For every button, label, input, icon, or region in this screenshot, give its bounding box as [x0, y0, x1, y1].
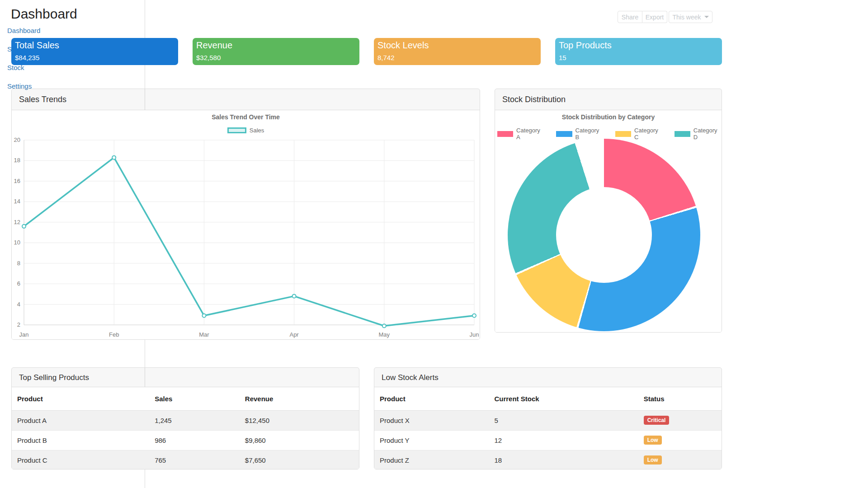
table-cell: $7,650	[240, 450, 359, 469]
status-cell: Low	[638, 430, 722, 450]
legend-item-category-d[interactable]: Category D	[675, 127, 720, 141]
table-cell: 986	[149, 430, 240, 450]
data-point	[382, 324, 386, 328]
table-row: Product A1,245$12,450	[12, 410, 359, 430]
low-stock-alerts-panel: Low Stock Alerts ProductCurrent StockSta…	[374, 367, 722, 469]
y-tick-label: 8	[17, 260, 20, 267]
caret-down-icon	[704, 16, 709, 18]
col-header-status: Status	[638, 387, 722, 410]
table-cell: 12	[489, 430, 638, 450]
x-tick-label: Jan	[19, 331, 29, 338]
x-tick-label: Jun	[470, 331, 479, 338]
stat-cards-row: Total Sales$84,235Revenue$32,580Stock Le…	[11, 38, 722, 65]
legend-label: Sales	[250, 127, 264, 134]
data-point	[22, 225, 26, 228]
y-tick-label: 10	[14, 239, 20, 246]
legend-item-category-c[interactable]: Category C	[615, 127, 660, 141]
x-tick-label: Feb	[109, 331, 119, 338]
col-header-sales: Sales	[149, 387, 240, 410]
data-point	[112, 156, 116, 160]
donut-chart-title: Stock Distribution by Category	[495, 113, 722, 121]
stat-card-value: $32,580	[196, 54, 356, 62]
legend-swatch	[227, 127, 246, 133]
col-header-current-stock: Current Stock	[489, 387, 638, 410]
low-stock-table: ProductCurrent StockStatusProduct X5Crit…	[374, 387, 722, 469]
legend-label: Category C	[634, 127, 660, 141]
stat-card-title: Stock Levels	[377, 39, 537, 51]
line-chart-legend: Sales	[12, 127, 480, 134]
stat-card-top-products: Top Products15	[555, 38, 722, 65]
table-row: Product B986$9,860	[12, 430, 359, 450]
y-tick-label: 20	[14, 136, 20, 143]
top-selling-panel-title: Top Selling Products	[12, 368, 359, 387]
data-point	[292, 294, 296, 298]
stat-card-title: Top Products	[559, 39, 718, 51]
period-label: This week	[672, 14, 701, 21]
status-cell: Critical	[638, 410, 722, 430]
table-cell: 5	[489, 410, 638, 430]
top-selling-products-panel: Top Selling Products ProductSalesRevenue…	[11, 367, 359, 469]
legend-item-category-b[interactable]: Category B	[556, 127, 601, 141]
stat-card-total-sales: Total Sales$84,235	[11, 38, 178, 65]
table-cell: $9,860	[240, 430, 359, 450]
table-cell: Product X	[374, 410, 489, 430]
stat-card-revenue: Revenue$32,580	[193, 38, 359, 65]
table-header-row: ProductCurrent StockStatus	[374, 387, 722, 410]
sidebar-item-dashboard[interactable]: Dashboard	[7, 26, 40, 35]
period-dropdown[interactable]: This week	[669, 11, 712, 23]
table-cell: Product C	[12, 450, 149, 469]
stock-distribution-chart: Stock Distribution by Category Category …	[495, 110, 722, 333]
col-header-revenue: Revenue	[240, 387, 359, 410]
share-export-group: Share Export	[618, 11, 667, 23]
stat-card-title: Revenue	[196, 39, 356, 51]
table-cell: Product Y	[374, 430, 489, 450]
x-tick-label: May	[379, 331, 390, 338]
stat-card-title: Total Sales	[15, 39, 175, 51]
donut-chart	[508, 139, 700, 331]
data-point	[472, 314, 476, 318]
line-chart-title: Sales Trend Over Time	[12, 113, 480, 121]
line-chart-canvas: 2468101214161820JanFebMarAprMayJun	[12, 110, 480, 340]
table-cell: Product A	[12, 410, 149, 430]
table-cell: 765	[149, 450, 240, 469]
legend-item-category-a[interactable]: Category A	[497, 127, 542, 141]
table-cell: 1,245	[149, 410, 240, 430]
export-button[interactable]: Export	[642, 11, 667, 23]
stock-distribution-panel: Stock Distribution Stock Distribution by…	[495, 89, 722, 333]
col-header-product: Product	[12, 387, 149, 410]
y-tick-label: 14	[14, 198, 20, 205]
y-tick-label: 4	[17, 301, 20, 308]
table-cell: $12,450	[240, 410, 359, 430]
toolbar: Share Export This week	[618, 11, 712, 23]
data-point	[202, 314, 206, 318]
top-selling-table: ProductSalesRevenueProduct A1,245$12,450…	[12, 387, 359, 469]
status-badge: Critical	[644, 416, 670, 425]
stat-card-value: 15	[559, 54, 718, 62]
share-button[interactable]: Share	[618, 11, 642, 23]
sales-trend-chart: 2468101214161820JanFebMarAprMayJun Sales…	[12, 110, 480, 340]
legend-swatch	[497, 131, 514, 137]
table-row: Product Y12Low	[374, 430, 722, 450]
x-tick-label: Apr	[289, 331, 299, 338]
legend-label: Category A	[516, 127, 542, 141]
y-tick-label: 2	[17, 321, 20, 328]
sales-trends-panel: Sales Trends 2468101214161820JanFebMarAp…	[11, 89, 480, 340]
stat-card-stock-levels: Stock Levels8,742	[374, 38, 541, 65]
status-cell: Low	[638, 450, 722, 469]
table-row: Product X5Critical	[374, 410, 722, 430]
col-header-product: Product	[374, 387, 489, 410]
table-row: Product C765$7,650	[12, 450, 359, 469]
x-tick-label: Mar	[199, 331, 209, 338]
y-tick-label: 12	[14, 219, 20, 225]
y-tick-label: 16	[14, 178, 20, 184]
status-badge: Low	[644, 455, 662, 465]
low-stock-panel-title: Low Stock Alerts	[374, 368, 722, 387]
sales-trends-panel-title: Sales Trends	[12, 89, 480, 110]
table-header-row: ProductSalesRevenue	[12, 387, 359, 410]
y-tick-label: 18	[14, 157, 20, 164]
stat-card-value: 8,742	[377, 54, 537, 62]
legend-item-sales[interactable]: Sales	[227, 127, 264, 134]
legend-swatch	[615, 131, 631, 137]
donut-hole	[556, 187, 652, 283]
y-tick-label: 6	[17, 280, 20, 287]
